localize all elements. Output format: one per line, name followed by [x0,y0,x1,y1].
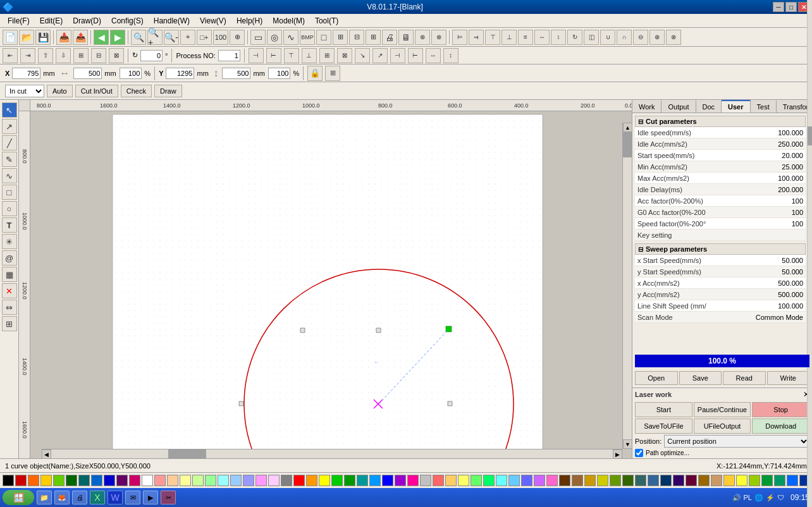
color-swatch-34[interactable] [433,475,444,486]
color-swatch-24[interactable] [306,475,317,486]
break-btn[interactable]: ⊗ [666,30,681,45]
node-edit-btn6[interactable]: ⊠ [337,48,352,63]
color-swatch-47[interactable] [597,475,608,486]
color-swatch-7[interactable] [91,475,102,486]
handle-ml[interactable] [239,401,243,406]
spiral-tool-btn[interactable]: @ [2,250,17,266]
taskbar-app-printer[interactable]: 🖨 [72,491,87,504]
lang-indicator[interactable]: PL [744,494,752,501]
menu-item-draw[interactable]: Draw(D) [68,15,106,27]
taskbar-app-media[interactable]: ▶ [143,491,158,504]
menu-item-file[interactable]: File(F) [3,15,35,27]
color-swatch-19[interactable] [243,475,254,486]
color-swatch-25[interactable] [319,475,330,486]
panel-scrollbar-thumb[interactable] [808,126,812,145]
taskbar-app-excel[interactable]: X [90,491,105,504]
handle-tc[interactable] [376,328,381,333]
color-swatch-45[interactable] [572,475,583,486]
taskbar-app-word[interactable]: W [108,491,123,504]
laser-btn2[interactable]: ⊗ [431,30,446,45]
color-swatch-22[interactable] [281,475,292,486]
node-edit-btn4[interactable]: ⊥ [302,48,317,63]
color-swatch-62[interactable] [787,475,798,486]
circle-btn[interactable]: ◎ [267,30,282,45]
pattern-tool-btn[interactable]: ⊞ [2,316,17,331]
color-swatch-49[interactable] [622,475,634,486]
height-input[interactable] [222,68,250,79]
node-tool-btn[interactable]: ↗ [2,119,17,134]
zoom-page-btn[interactable]: □+ [197,30,212,45]
node-edit-btn2[interactable]: ⊢ [266,48,281,63]
color-swatch-37[interactable] [471,475,482,486]
zoom-sel-btn[interactable]: ⌖ [180,30,195,45]
bezier-tool-btn[interactable]: ∿ [2,168,17,183]
color-swatch-53[interactable] [673,475,684,486]
flip-v-btn[interactable]: ↕ [551,30,566,45]
back-button[interactable]: ◀ [94,30,109,45]
color-swatch-0[interactable] [3,475,14,486]
color-swatch-21[interactable] [268,475,280,486]
x-pct-input[interactable] [120,68,142,79]
horizontal-scrollbar[interactable]: ◀ ▶ [42,449,622,458]
color-swatch-31[interactable] [395,475,406,486]
color-swatch-35[interactable] [445,475,457,486]
vscroll-down[interactable]: ▼ [623,439,632,449]
color-swatch-56[interactable] [711,475,722,486]
node-edit-btn3[interactable]: ⊤ [284,48,299,63]
color-swatch-33[interactable] [420,475,431,486]
zoom-100-btn[interactable]: 100 [213,30,228,45]
minus-btn[interactable]: ⊖ [633,30,648,45]
color-swatch-46[interactable] [584,475,596,486]
node-edit-btn11[interactable]: ↔ [426,48,441,63]
minimize-button[interactable]: ─ [773,2,784,12]
panel-open-button[interactable]: Open [635,371,678,385]
color-swatch-11[interactable] [142,475,153,486]
color-swatch-30[interactable] [382,475,393,486]
color-swatch-26[interactable] [331,475,343,486]
path-btn4[interactable]: ⇩ [56,48,71,63]
panel-tab-output[interactable]: Output [661,100,696,113]
hscroll-right[interactable]: ▶ [613,449,622,458]
color-swatch-3[interactable] [40,475,52,486]
panel-write-button[interactable]: Write [767,371,810,385]
handle-mr[interactable] [448,401,452,406]
draw-button[interactable]: Draw [154,85,182,97]
align-btn[interactable]: ⊞ [333,30,348,45]
path-btn1[interactable]: ⇤ [3,48,18,63]
color-swatch-61[interactable] [774,475,785,486]
text-tool-btn[interactable]: T [2,217,17,233]
node-edit-btn5[interactable]: ⊞ [319,48,335,63]
panel-tab-test[interactable]: Test [751,100,777,113]
align-left-btn[interactable]: ⊨ [452,30,467,45]
check-button[interactable]: Check [121,85,152,97]
color-swatch-59[interactable] [749,475,760,486]
y-coord-input[interactable] [166,68,194,79]
x-coord-input[interactable] [12,68,40,79]
zoom-in-btn[interactable]: 🔍+ [147,30,163,45]
lock-aspect-btn[interactable]: 🔒 [307,66,323,81]
line-tool-btn[interactable]: ╱ [2,135,17,150]
bmp-btn[interactable]: BMP [300,30,315,45]
select-tool-btn[interactable]: ↖ [2,102,17,118]
distribute-btn[interactable]: ≡ [518,30,533,45]
color-swatch-16[interactable] [205,475,216,486]
color-swatch-2[interactable] [28,475,39,486]
tray-network[interactable]: 🌐 [754,494,763,502]
ellipse-tool-btn[interactable]: ○ [2,201,17,216]
menu-item-model[interactable]: Model(M) [268,15,310,27]
panel-content[interactable]: ⊟ Cut parameters Idle speed(mm/s)100.000… [632,113,812,352]
cut-params-header[interactable]: ⊟ Cut parameters [635,116,806,127]
node-edit-btn8[interactable]: ↗ [372,48,388,63]
color-swatch-54[interactable] [686,475,697,486]
path-btn2[interactable]: ⇥ [20,48,35,63]
menu-item-config[interactable]: Config(S) [106,15,149,27]
pen-tool-btn[interactable]: ✎ [2,152,17,167]
canvas-work[interactable]: ← ▲ ▼ ◀ ▶ [30,111,632,458]
color-swatch-18[interactable] [230,475,242,486]
color-swatch-14[interactable] [180,475,191,486]
combine-btn[interactable]: ⊕ [649,30,665,45]
taskbar-app-browser[interactable]: 🦊 [54,491,70,504]
width-input[interactable] [73,68,102,79]
grid-snap-btn[interactable]: ⊞ [325,66,340,81]
export-button[interactable]: 📤 [73,30,88,45]
